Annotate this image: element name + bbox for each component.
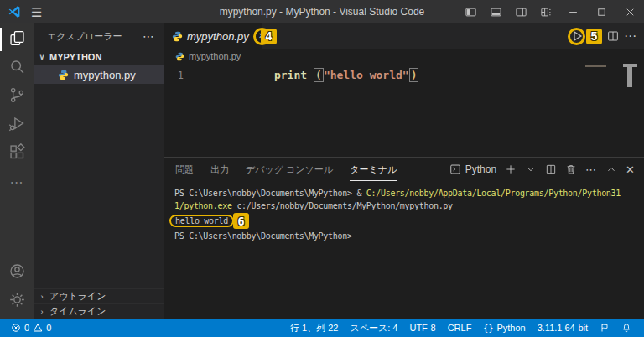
minimize-button[interactable] bbox=[558, 0, 587, 23]
editor-more-icon[interactable]: ⋯ bbox=[624, 29, 637, 44]
toggle-sidebar-icon[interactable] bbox=[458, 0, 483, 23]
outline-label: アウトライン bbox=[49, 290, 106, 303]
status-bar: 0 0 行 1、列 22 スペース: 4 UTF-8 CRLF {} Pytho… bbox=[0, 319, 644, 337]
run-debug-icon bbox=[8, 115, 26, 136]
explorer-sidebar: エクスプローラー ⋯ ∨ MYPYTHON mypython.py › アウトラ… bbox=[34, 23, 164, 319]
feedback-icon bbox=[600, 323, 610, 333]
tab-problems[interactable]: 問題 bbox=[175, 158, 194, 181]
activity-run-debug-button[interactable] bbox=[0, 111, 34, 139]
kill-terminal-icon[interactable] bbox=[565, 163, 577, 175]
terminal-output[interactable]: PS C:\Users\nobby\Documents\MyPython> & … bbox=[164, 181, 644, 319]
account-button[interactable] bbox=[0, 258, 34, 287]
sidebar-title: エクスプローラー bbox=[47, 30, 122, 43]
cursor-position-status[interactable]: 行 1、列 22 bbox=[286, 322, 342, 334]
warning-icon bbox=[33, 323, 43, 333]
tab-label: mypython.py bbox=[187, 30, 249, 43]
activity-extensions-button[interactable] bbox=[0, 139, 34, 168]
encoding-status[interactable]: UTF-8 bbox=[405, 323, 439, 333]
extensions-icon bbox=[8, 143, 26, 164]
settings-button[interactable] bbox=[0, 287, 34, 315]
tab-output[interactable]: 出力 bbox=[210, 158, 229, 181]
error-count: 0 bbox=[24, 323, 29, 333]
python-file-icon bbox=[175, 52, 184, 61]
file-item-label: mypython.py bbox=[74, 69, 136, 81]
split-editor-icon[interactable] bbox=[606, 29, 620, 43]
code-editor[interactable]: 1 print("hello world") bbox=[164, 64, 644, 157]
account-icon bbox=[8, 262, 26, 283]
explorer-more-icon[interactable]: ⋯ bbox=[143, 29, 155, 43]
title-bar: ☰ mypython.py - MyPython - Visual Studio… bbox=[0, 0, 644, 23]
file-item-mypython[interactable]: mypython.py bbox=[34, 65, 164, 84]
annotation-circle-run bbox=[568, 28, 585, 45]
activity-bar: ⋯ bbox=[0, 23, 34, 319]
terminal-line: 1/python.exe c:/Users/nobby/Documents/My… bbox=[174, 200, 644, 212]
toggle-panel-icon[interactable] bbox=[483, 0, 508, 23]
feedback-status[interactable] bbox=[595, 323, 614, 333]
eol-status[interactable]: CRLF bbox=[444, 323, 476, 333]
workspace-folder-label: MYPYTHON bbox=[49, 52, 101, 62]
braces-icon: {} bbox=[483, 324, 493, 333]
terminal-icon bbox=[449, 163, 461, 175]
annotation-badge-5: 5 bbox=[586, 29, 602, 44]
tab-terminal[interactable]: ターミナル bbox=[350, 158, 397, 181]
code-close-paren: ) bbox=[409, 68, 419, 82]
run-python-file-icon[interactable] bbox=[570, 29, 584, 43]
code-keyword: print bbox=[274, 69, 307, 81]
scrollbar-thumb[interactable] bbox=[627, 67, 632, 87]
toggle-secondary-sidebar-icon[interactable] bbox=[508, 0, 533, 23]
panel-header: 問題 出力 デバッグ コンソール ターミナル Python bbox=[164, 158, 644, 181]
problems-status[interactable]: 0 0 bbox=[7, 323, 55, 333]
vscode-window: ☰ mypython.py - MyPython - Visual Studio… bbox=[0, 0, 644, 337]
gear-icon bbox=[8, 291, 26, 312]
terminal-prompt: PS C:\Users\nobby\Documents\MyPython> bbox=[174, 230, 644, 242]
code-string: "hello world" bbox=[324, 69, 409, 81]
vscode-logo-icon bbox=[8, 5, 21, 18]
annotation-badge-6: 6 bbox=[233, 213, 249, 229]
minimap-line bbox=[585, 65, 606, 67]
python-file-icon bbox=[58, 70, 69, 80]
chevron-right-icon: › bbox=[37, 308, 47, 316]
maximize-button[interactable] bbox=[587, 0, 615, 23]
close-panel-icon[interactable]: ✕ bbox=[626, 163, 636, 176]
terminal-line-output: hello world 6 bbox=[174, 212, 644, 230]
timeline-section[interactable]: › タイムライン bbox=[34, 303, 164, 319]
error-icon bbox=[11, 323, 21, 333]
panel-more-icon[interactable]: ⋯ bbox=[585, 163, 597, 176]
outline-section[interactable]: › アウトライン bbox=[34, 288, 164, 303]
activity-source-control-button[interactable] bbox=[0, 82, 34, 111]
tab-debug-console[interactable]: デバッグ コンソール bbox=[246, 158, 333, 181]
editor-group: mypython.py ✕ 4 5 ⋯ bbox=[164, 23, 644, 319]
python-file-icon bbox=[172, 31, 183, 42]
chevron-right-icon: › bbox=[37, 293, 47, 301]
bell-icon bbox=[621, 323, 631, 333]
indentation-status[interactable]: スペース: 4 bbox=[345, 322, 402, 334]
python-interpreter-status[interactable]: 3.11.1 64-bit bbox=[533, 323, 592, 333]
search-icon bbox=[8, 58, 26, 79]
customize-layout-icon[interactable] bbox=[533, 0, 558, 23]
line-number: 1 bbox=[164, 70, 195, 81]
terminal-shell-selector[interactable]: Python bbox=[449, 163, 496, 175]
terminal-dropdown-icon[interactable] bbox=[525, 163, 537, 175]
activity-explorer-button[interactable] bbox=[0, 25, 34, 54]
language-mode-status[interactable]: {} Python bbox=[479, 323, 529, 333]
more-icon: ⋯ bbox=[10, 174, 24, 190]
workspace-folder-row[interactable]: ∨ MYPYTHON bbox=[34, 49, 164, 65]
activity-more-button[interactable]: ⋯ bbox=[0, 168, 34, 196]
close-window-button[interactable] bbox=[615, 0, 644, 23]
annotation-box-hello-world: hello world bbox=[169, 215, 234, 227]
split-terminal-icon[interactable] bbox=[545, 163, 557, 175]
tab-mypython[interactable]: mypython.py ✕ bbox=[164, 23, 262, 49]
language-label: Python bbox=[496, 323, 525, 333]
terminal-line: PS C:\Users\nobby\Documents\MyPython> & … bbox=[174, 187, 644, 200]
files-icon bbox=[8, 29, 26, 50]
notifications-status[interactable] bbox=[617, 323, 636, 333]
bottom-panel: 問題 出力 デバッグ コンソール ターミナル Python bbox=[164, 157, 644, 319]
warning-count: 0 bbox=[46, 323, 51, 333]
menu-icon[interactable]: ☰ bbox=[31, 6, 42, 18]
chevron-down-icon: ∨ bbox=[37, 53, 47, 61]
maximize-panel-icon[interactable] bbox=[605, 163, 617, 175]
new-terminal-icon[interactable] bbox=[505, 163, 517, 175]
terminal-shell-label: Python bbox=[465, 163, 496, 175]
code-open-paren: ( bbox=[314, 68, 324, 82]
activity-search-button[interactable] bbox=[0, 54, 34, 82]
